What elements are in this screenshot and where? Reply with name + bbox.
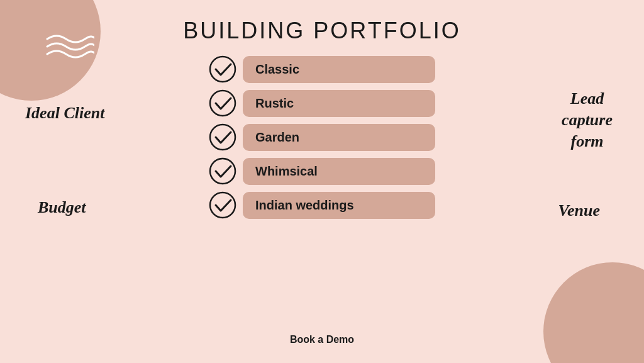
label-lead-capture: Leadcaptureform: [562, 88, 613, 152]
check-icon-2: [209, 89, 236, 117]
svg-point-4: [210, 193, 235, 218]
decorative-circle-bottom-right: [543, 262, 644, 363]
page-container: BUILDING PORTFOLIO Ideal Client Budget L…: [0, 0, 644, 363]
checklist-item-1: Classic: [209, 55, 435, 83]
book-demo-link[interactable]: Book a Demo: [290, 334, 354, 345]
checklist-label-1: Classic: [243, 56, 435, 83]
label-budget: Budget: [38, 198, 86, 217]
label-venue: Venue: [558, 201, 600, 220]
svg-point-3: [210, 159, 235, 184]
checklist-item-4: Whimsical: [209, 157, 435, 185]
wave-icon: [44, 31, 94, 69]
checklist-item-5: Indian weddings: [209, 191, 435, 219]
checklist: Classic Rustic Garden: [209, 55, 435, 219]
check-icon-4: [209, 157, 236, 185]
svg-point-0: [210, 57, 235, 82]
checklist-item-2: Rustic: [209, 89, 435, 117]
check-icon-5: [209, 191, 236, 219]
checklist-label-4: Whimsical: [243, 158, 435, 185]
checklist-item-3: Garden: [209, 123, 435, 151]
svg-point-1: [210, 91, 235, 116]
checklist-label-3: Garden: [243, 124, 435, 151]
check-icon-1: [209, 55, 236, 83]
svg-point-2: [210, 125, 235, 150]
label-ideal-client: Ideal Client: [25, 104, 104, 123]
check-icon-3: [209, 123, 236, 151]
checklist-label-2: Rustic: [243, 90, 435, 117]
page-title: BUILDING PORTFOLIO: [183, 18, 460, 44]
checklist-label-5: Indian weddings: [243, 192, 435, 219]
